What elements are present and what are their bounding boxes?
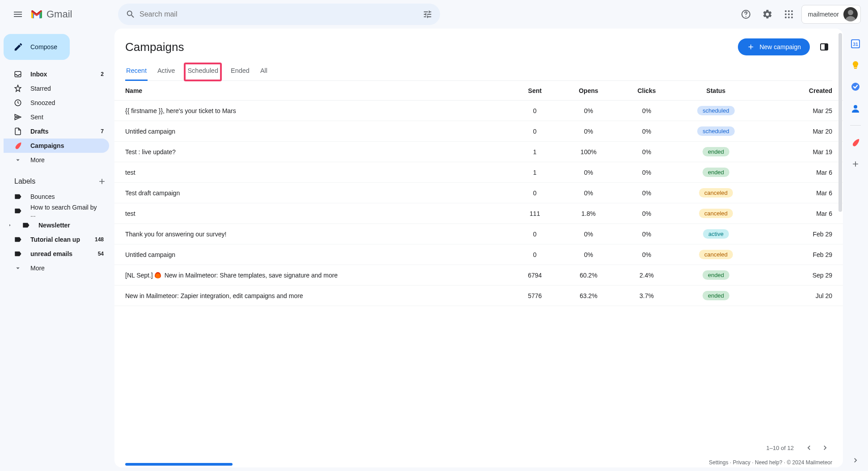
next-page-button[interactable] — [818, 441, 832, 455]
chevron-left-icon — [804, 443, 813, 452]
label-icon — [13, 250, 22, 258]
new-campaign-label: New campaign — [759, 43, 801, 50]
status-badge: canceled — [699, 209, 733, 218]
header-actions: New campaign — [738, 38, 832, 55]
table-row[interactable]: test10%0%endedMar 6 — [114, 162, 843, 183]
snoozed-icon — [13, 99, 22, 107]
label-item[interactable]: unread emails54 — [4, 247, 109, 261]
rail-expand-button[interactable] — [849, 454, 862, 467]
sent-icon — [13, 113, 22, 121]
cell-sent: 1 — [510, 169, 559, 176]
table-row[interactable]: New in Mailmeteor: Zapier integration, e… — [114, 286, 843, 306]
status-badge: ended — [703, 147, 729, 156]
table-row[interactable]: Thank you for answering our survey!00%0%… — [114, 224, 843, 244]
sidebar-item-label: Sent — [30, 114, 43, 121]
label-item[interactable]: More — [4, 261, 109, 275]
rail-separator — [850, 125, 861, 126]
cell-clicks: 0% — [618, 128, 676, 135]
label-item[interactable]: Tutorial clean up148 — [4, 232, 109, 247]
sidebar-item-sent[interactable]: Sent — [4, 110, 109, 124]
mailmeteor-app[interactable] — [851, 138, 860, 147]
header-right: mailmeteor — [737, 5, 864, 24]
table-row[interactable]: Test : live update?1100%0%endedMar 19 — [114, 142, 843, 162]
cell-clicks: 0% — [618, 107, 676, 114]
label-item[interactable]: Newsletter — [4, 218, 109, 232]
cell-status: scheduled — [676, 126, 756, 136]
compose-button[interactable]: Compose — [4, 34, 70, 60]
table-row[interactable]: Untitled campaign00%0%canceledFeb 29 — [114, 244, 843, 265]
keep-app[interactable] — [851, 61, 860, 70]
label-icon — [13, 193, 22, 201]
label-item[interactable]: How to search Gmail by ... — [4, 204, 109, 218]
col-sent: Sent — [510, 87, 559, 94]
table-row[interactable]: {{ firstname }}, here's your ticket to M… — [114, 101, 843, 121]
label-count: 148 — [95, 236, 104, 243]
apps-button[interactable] — [780, 5, 798, 23]
main-menu-button[interactable] — [7, 4, 29, 25]
contacts-app[interactable] — [851, 104, 860, 113]
search-button[interactable] — [122, 5, 140, 23]
support-button[interactable] — [737, 5, 755, 23]
cell-status: active — [676, 229, 756, 239]
cell-status: ended — [676, 147, 756, 156]
account-switcher[interactable]: mailmeteor — [801, 5, 861, 24]
cell-sent: 111 — [510, 210, 559, 217]
table-row[interactable]: test1111.8%0%canceledMar 6 — [114, 203, 843, 224]
cell-name: test — [125, 210, 510, 217]
toggle-panel-button[interactable] — [816, 39, 832, 55]
sidebar-item-label: Inbox — [30, 71, 47, 78]
tab-scheduled[interactable]: Scheduled — [185, 63, 221, 80]
settings-button[interactable] — [758, 5, 776, 23]
tab-ended[interactable]: Ended — [230, 63, 250, 80]
tabs: RecentActiveScheduledEndedAll — [125, 63, 832, 81]
pencil-icon — [13, 42, 23, 52]
cell-name: New in Mailmeteor: Zapier integration, e… — [125, 292, 510, 299]
chevron-right-icon — [851, 456, 860, 465]
search-input[interactable] — [140, 10, 419, 18]
sidebar-item-drafts[interactable]: Drafts7 — [4, 124, 109, 139]
table-row[interactable]: Test draft campaign00%0%canceledMar 6 — [114, 183, 843, 203]
new-campaign-button[interactable]: New campaign — [738, 38, 810, 55]
pagination-info: 1–10 of 12 — [766, 445, 794, 451]
table-header: Name Sent Opens Clicks Status Created — [114, 81, 843, 101]
cell-clicks: 0% — [618, 169, 676, 176]
svg-point-9 — [788, 17, 790, 18]
sidebar-item-snoozed[interactable]: Snoozed — [4, 96, 109, 110]
gmail-logo-text: Gmail — [47, 8, 72, 20]
search-options-button[interactable] — [419, 5, 436, 23]
tab-active[interactable]: Active — [157, 63, 176, 80]
cell-created: Sep 29 — [756, 272, 832, 279]
sidebar-item-starred[interactable]: Starred — [4, 81, 109, 96]
add-label-button[interactable] — [97, 177, 106, 186]
keep-icon — [851, 61, 860, 70]
more-icon — [13, 156, 22, 164]
gmail-logo[interactable]: Gmail — [30, 8, 72, 20]
status-badge: ended — [703, 168, 729, 177]
search-bar[interactable] — [118, 4, 440, 25]
tab-recent[interactable]: Recent — [125, 63, 148, 81]
cell-opens: 0% — [559, 128, 618, 135]
cell-clicks: 0% — [618, 210, 676, 217]
add-app-button[interactable] — [851, 160, 860, 168]
sidebar: Compose Inbox2StarredSnoozedSentDrafts7C… — [0, 29, 114, 471]
sidebar-item-more[interactable]: More — [4, 153, 109, 167]
cell-opens: 1.8% — [559, 210, 618, 217]
table-row[interactable]: [NL Sept.] New in Mailmeteor: Share temp… — [114, 265, 843, 286]
sidebar-item-inbox[interactable]: Inbox2 — [4, 67, 109, 81]
progress-bar — [125, 463, 233, 466]
avatar — [843, 7, 858, 21]
calendar-app[interactable]: 31 — [851, 39, 860, 48]
table-row[interactable]: Untitled campaign00%0%scheduledMar 20 — [114, 121, 843, 142]
scrollbar[interactable] — [838, 33, 842, 212]
sidebar-item-campaigns[interactable]: Campaigns — [4, 139, 109, 153]
body: Compose Inbox2StarredSnoozedSentDrafts7C… — [0, 29, 868, 471]
prev-page-button[interactable] — [802, 441, 816, 455]
label-text: unread emails — [30, 250, 72, 257]
cell-created: Mar 6 — [756, 169, 832, 176]
plus-icon — [851, 160, 860, 168]
tab-all[interactable]: All — [259, 63, 268, 80]
status-badge: ended — [703, 291, 729, 300]
tasks-app[interactable] — [851, 82, 860, 91]
sidebar-item-label: Drafts — [30, 128, 48, 135]
label-item[interactable]: Bounces — [4, 189, 109, 204]
